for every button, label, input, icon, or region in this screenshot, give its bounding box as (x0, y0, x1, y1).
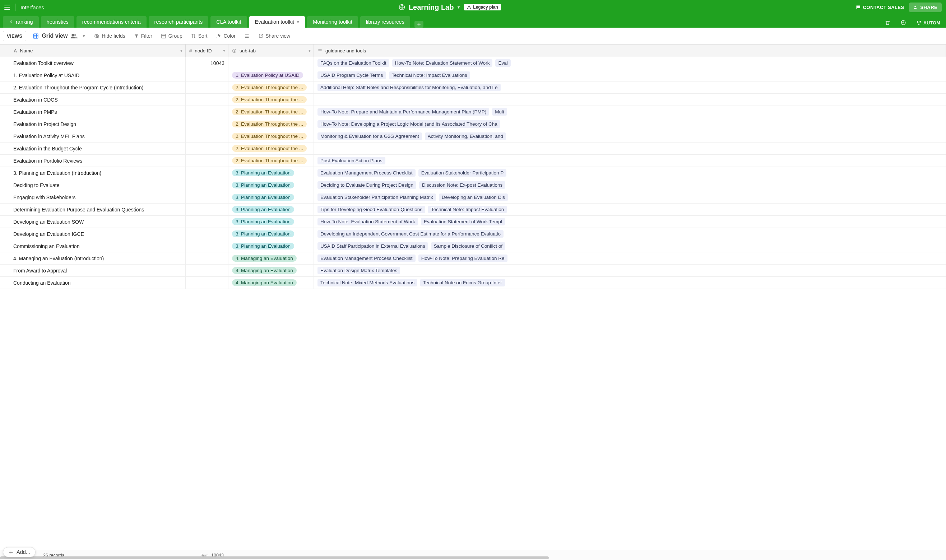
row-height-button[interactable] (240, 31, 253, 41)
chevron-down-icon[interactable]: ▾ (297, 20, 299, 25)
hide-fields-label: Hide fields (102, 33, 125, 39)
svg-point-2 (917, 21, 918, 22)
views-sidebar-toggle[interactable]: VIEWS (3, 31, 26, 41)
contact-sales-label: CONTACT SALES (863, 5, 904, 10)
tab-label: ranking (16, 19, 33, 25)
svg-point-3 (920, 21, 921, 22)
menu-icon[interactable] (4, 5, 10, 10)
tab-label: research participants (154, 19, 203, 25)
automations-button[interactable]: AUTOM (913, 18, 943, 28)
interfaces-link[interactable]: Interfaces (20, 4, 44, 11)
table-tab[interactable]: recommendations criteria (77, 16, 146, 28)
chevron-down-icon[interactable]: ▼ (82, 34, 85, 38)
chevron-left-icon (9, 19, 14, 25)
share-button[interactable]: SHARE (909, 3, 942, 12)
trash-icon[interactable] (882, 18, 893, 28)
filter-button[interactable]: Filter (130, 31, 156, 41)
topbar-center: Learning Lab ▼ Legacy plan (44, 3, 855, 11)
table-tab-strip: rankingheuristicsrecommendations criteri… (0, 14, 946, 28)
filter-icon (134, 33, 139, 38)
row-height-icon (244, 33, 250, 39)
tab-label: Monitoring toolkit (313, 19, 352, 25)
hide-fields-button[interactable]: Hide fields (91, 31, 129, 41)
view-name: Grid view (42, 33, 68, 39)
share-view-icon (258, 33, 263, 38)
legacy-plan-badge[interactable]: Legacy plan (464, 4, 501, 11)
svg-point-4 (918, 23, 920, 25)
history-icon[interactable] (898, 18, 909, 28)
group-icon (161, 33, 166, 39)
share-label: SHARE (920, 5, 937, 10)
table-tab[interactable]: Evaluation toolkit▾ (249, 16, 305, 28)
globe-icon (399, 4, 405, 11)
table-tab[interactable]: research participants (149, 16, 209, 28)
color-button[interactable]: Color (212, 31, 239, 41)
collaborators-icon[interactable] (70, 33, 78, 38)
tab-label: CLA toolkit (216, 19, 241, 25)
add-table-button[interactable] (414, 21, 424, 28)
current-view[interactable]: Grid view ▼ (33, 33, 85, 39)
topbar: Interfaces Learning Lab ▼ Legacy plan CO… (0, 0, 946, 14)
tab-label: library resources (366, 19, 404, 25)
table-tab[interactable]: Monitoring toolkit (307, 16, 358, 28)
group-label: Group (168, 33, 182, 39)
svg-point-7 (74, 34, 76, 36)
chat-icon (855, 5, 861, 10)
warning-icon (467, 5, 471, 9)
eye-off-icon (94, 33, 100, 39)
svg-point-6 (72, 34, 74, 36)
base-name-text: Learning Lab (409, 3, 454, 11)
base-name[interactable]: Learning Lab ▼ (409, 3, 461, 11)
automation-icon (916, 20, 921, 26)
add-user-icon (913, 5, 918, 10)
svg-point-1 (915, 5, 916, 7)
table-tab[interactable]: heuristics (41, 16, 74, 28)
group-button[interactable]: Group (157, 31, 186, 41)
table-tab[interactable]: library resources (360, 16, 410, 28)
color-label: Color (223, 33, 235, 39)
automations-label: AUTOM (923, 20, 940, 26)
legacy-plan-text: Legacy plan (473, 5, 498, 10)
view-toolbar: VIEWS Grid view ▼ Hide fields Filter Gro… (0, 28, 946, 45)
topbar-right: CONTACT SALES SHARE (855, 3, 942, 12)
svg-rect-9 (162, 34, 166, 38)
tab-label: Evaluation toolkit (255, 19, 294, 25)
share-view-button[interactable]: Share view (255, 31, 294, 41)
svg-rect-5 (34, 34, 39, 38)
sort-icon (191, 33, 196, 38)
chevron-down-icon: ▼ (456, 5, 461, 9)
contact-sales-button[interactable]: CONTACT SALES (855, 5, 904, 10)
share-view-label: Share view (265, 33, 290, 39)
table-tab[interactable]: ranking (3, 16, 39, 28)
tab-label: heuristics (47, 19, 69, 25)
sort-label: Sort (198, 33, 208, 39)
divider (15, 4, 15, 11)
filter-label: Filter (141, 33, 152, 39)
topbar-left: Interfaces (4, 4, 44, 11)
paint-icon (216, 33, 221, 39)
sort-button[interactable]: Sort (188, 31, 211, 41)
grid-icon (33, 33, 39, 39)
tab-label: recommendations criteria (82, 19, 141, 25)
table-tab[interactable]: CLA toolkit (211, 16, 247, 28)
